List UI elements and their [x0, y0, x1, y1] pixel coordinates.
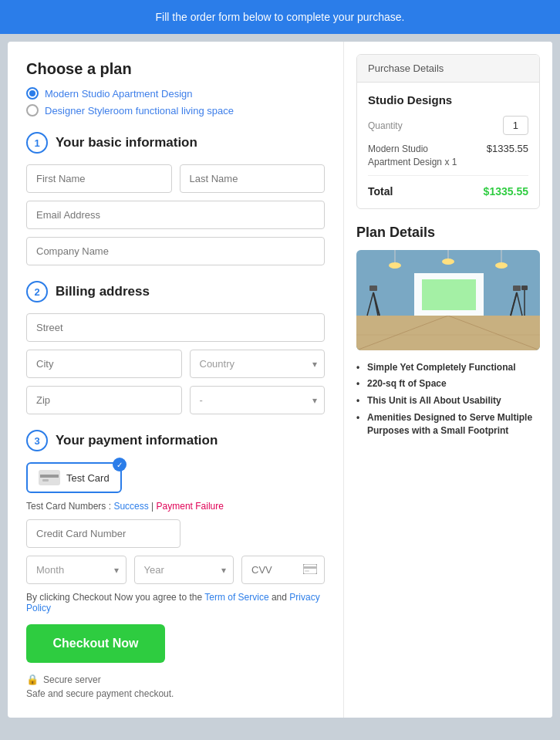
step2-header: 2 Billing address [26, 281, 325, 302]
plan-label-modern: Modern Studio Apartment Design [45, 88, 193, 100]
step1-title: Your basic information [56, 135, 197, 150]
street-row [26, 313, 325, 342]
step3-circle: 3 [26, 430, 48, 451]
purchase-item-price: $1335.55 [487, 143, 528, 154]
city-country-row: Country USA UK Canada Australia [26, 350, 325, 378]
step3-section: 3 Your payment information Test Card ✓ [26, 430, 325, 584]
purchase-details-box: Purchase Details Studio Designs Quantity… [356, 54, 540, 209]
purchase-header: Purchase Details [357, 55, 539, 83]
total-value: $1335.55 [484, 185, 528, 198]
month-select-wrapper: Month 010203 040506 070809 101112 [26, 556, 127, 584]
check-badge: ✓ [113, 458, 127, 471]
zip-state-row: - CA NY TX FL [26, 386, 325, 414]
plan-label-designer: Designer Styleroom functional living spa… [45, 105, 234, 117]
year-select[interactable]: Year 202420252026 202720282029 [134, 556, 234, 584]
svg-rect-5 [305, 570, 309, 572]
plan-option-designer[interactable]: Designer Styleroom functional living spa… [26, 104, 325, 117]
svg-rect-2 [42, 479, 49, 482]
purchase-total-row: Total $1335.55 [368, 182, 528, 198]
svg-marker-7 [356, 316, 540, 350]
test-card-option[interactable]: Test Card ✓ [26, 462, 122, 493]
secure-row: 🔒 Secure server [26, 674, 325, 685]
safe-text: Safe and secure payment checkout. [26, 688, 325, 699]
cvv-card-icon [303, 564, 317, 576]
radio-modern[interactable] [26, 87, 39, 100]
purchase-item-name: Modern StudioApartment Design x 1 [368, 143, 457, 169]
year-select-wrapper: Year 202420252026 202720282029 [134, 556, 234, 584]
purchase-body: Studio Designs Quantity 1 Modern StudioA… [357, 83, 539, 208]
svg-rect-1 [40, 475, 59, 478]
svg-rect-3 [303, 564, 317, 574]
secure-server-text: Secure server [43, 674, 101, 685]
feature-2: 220-sq ft of Space [356, 377, 540, 390]
first-name-input[interactable] [26, 164, 172, 193]
email-row [26, 201, 325, 229]
svg-point-26 [442, 258, 454, 265]
plan-details-title: Plan Details [356, 225, 540, 241]
failure-link[interactable]: Payment Failure [157, 501, 224, 512]
svg-rect-12 [422, 279, 476, 310]
svg-point-24 [389, 262, 401, 269]
plan-details-section: Plan Details [356, 225, 540, 438]
card-number-row [26, 519, 325, 548]
street-input[interactable] [26, 313, 325, 342]
svg-rect-20 [513, 286, 521, 291]
zip-input[interactable] [26, 386, 182, 414]
purchase-item-row: Modern StudioApartment Design x 1 $1335.… [368, 143, 528, 176]
right-panel: Purchase Details Studio Designs Quantity… [344, 42, 552, 718]
feature-4: Amenities Designed to Serve Multiple Pur… [356, 411, 540, 438]
step3-title: Your payment information [56, 433, 218, 448]
svg-rect-16 [369, 286, 377, 291]
terms-link[interactable]: Term of Service [204, 592, 268, 603]
state-select-wrapper: - CA NY TX FL [190, 386, 326, 414]
feature-1: Simple Yet Completely Functional [356, 361, 540, 374]
state-select[interactable]: - CA NY TX FL [190, 386, 326, 414]
checkout-button[interactable]: Checkout Now [26, 624, 165, 663]
choose-plan-section: Choose a plan Modern Studio Apartment De… [26, 60, 325, 117]
svg-rect-22 [521, 286, 528, 290]
step2-section: 2 Billing address Country USA UK Canada [26, 281, 325, 414]
card-icon [39, 470, 60, 485]
lock-icon: 🔒 [26, 674, 39, 685]
svg-rect-4 [303, 566, 317, 569]
step1-section: 1 Your basic information [26, 132, 325, 265]
total-label: Total [368, 185, 393, 198]
email-input[interactable] [26, 201, 325, 229]
radio-designer[interactable] [26, 104, 39, 117]
plan-option-modern[interactable]: Modern Studio Apartment Design [26, 87, 325, 100]
step1-header: 1 Your basic information [26, 132, 325, 154]
quantity-box: 1 [503, 116, 528, 135]
plan-features-list: Simple Yet Completely Functional 220-sq … [356, 361, 540, 438]
step2-circle: 2 [26, 281, 48, 302]
top-banner: Fill the order form below to complete yo… [0, 0, 560, 34]
left-panel: Choose a plan Modern Studio Apartment De… [8, 42, 344, 718]
last-name-input[interactable] [180, 164, 326, 193]
choose-plan-title: Choose a plan [26, 60, 325, 78]
test-card-info: Test Card Numbers : Success | Payment Fa… [26, 501, 325, 512]
step2-title: Billing address [56, 284, 150, 299]
company-input[interactable] [26, 237, 325, 265]
card-details-row: Month 010203 040506 070809 101112 Year 2… [26, 556, 325, 584]
step3-header: 3 Your payment information [26, 430, 325, 451]
terms-text: By clicking Checkout Now you agree to th… [26, 592, 325, 613]
name-row [26, 164, 325, 193]
cvv-wrapper [241, 556, 325, 584]
purchase-product-title: Studio Designs [368, 93, 528, 106]
svg-point-28 [495, 262, 508, 269]
card-label: Test Card [66, 472, 110, 484]
step1-circle: 1 [26, 132, 48, 154]
city-input[interactable] [26, 350, 182, 378]
banner-text: Fill the order form below to complete yo… [156, 11, 405, 23]
plan-image [356, 250, 540, 350]
month-select[interactable]: Month 010203 040506 070809 101112 [26, 556, 127, 584]
card-number-input[interactable] [26, 519, 180, 548]
country-select-wrapper: Country USA UK Canada Australia [190, 350, 326, 378]
quantity-label: Quantity [368, 120, 403, 131]
success-link[interactable]: Success [113, 501, 148, 512]
country-select[interactable]: Country USA UK Canada Australia [190, 350, 326, 378]
feature-3: This Unit is All About Usability [356, 394, 540, 407]
company-row [26, 237, 325, 265]
quantity-row: Quantity 1 [368, 116, 528, 135]
